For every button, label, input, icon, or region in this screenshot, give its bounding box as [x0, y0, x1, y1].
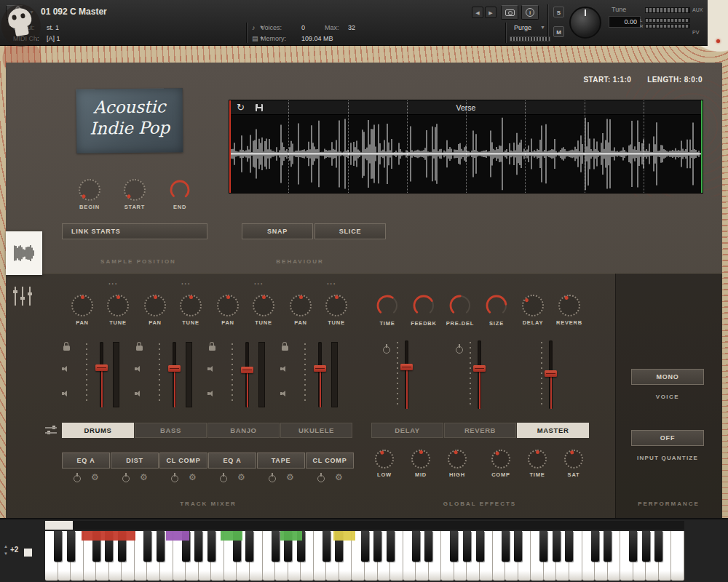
volume-speaker-icon[interactable] — [135, 389, 143, 397]
black-key[interactable] — [629, 531, 637, 562]
tab-wave-editor[interactable] — [6, 231, 42, 275]
black-key[interactable] — [361, 531, 369, 562]
octave-up-icon[interactable]: ▲ — [4, 544, 8, 549]
knob-start[interactable] — [124, 179, 146, 201]
knob-pan[interactable] — [144, 295, 166, 316]
mute-speaker-icon[interactable] — [62, 364, 70, 372]
slice-marker[interactable] — [348, 100, 349, 193]
black-key[interactable] — [450, 531, 458, 562]
knob-tune[interactable] — [107, 295, 129, 316]
white-key[interactable] — [671, 531, 684, 581]
volume-speaker-icon[interactable] — [207, 389, 215, 397]
master-tune-knob[interactable] — [569, 7, 601, 39]
channel-menu[interactable]: ··· — [108, 280, 118, 288]
knob-delay[interactable] — [522, 295, 544, 316]
knob-tune[interactable] — [325, 295, 347, 316]
prev-instrument-button[interactable]: ◀ — [472, 7, 483, 18]
black-key[interactable] — [143, 531, 151, 562]
fx-edit-gear-icon[interactable]: ⚙ — [286, 473, 294, 482]
fx-power-button[interactable] — [74, 475, 81, 482]
black-key[interactable] — [604, 531, 612, 562]
black-key[interactable] — [207, 531, 215, 562]
slice-button[interactable]: SLICE — [314, 223, 386, 239]
fx-slot-tape[interactable]: TAPE — [257, 453, 305, 469]
snapshot-camera-button[interactable] — [501, 5, 518, 20]
lock-icon[interactable] — [136, 346, 143, 351]
channel-menu[interactable]: ··· — [181, 280, 191, 288]
bus-tab-master[interactable]: MASTER — [517, 423, 589, 438]
black-key[interactable] — [412, 531, 420, 562]
send-fader[interactable] — [545, 340, 557, 409]
knob-pan[interactable] — [71, 295, 93, 316]
mute-speaker-icon[interactable] — [135, 364, 143, 372]
black-key[interactable] — [157, 531, 165, 562]
channel-fader[interactable] — [314, 342, 326, 407]
quantize-off-button[interactable]: OFF — [631, 430, 704, 446]
black-key[interactable] — [245, 531, 253, 562]
fx-edit-gear-icon[interactable]: ⚙ — [237, 473, 245, 482]
region-start-edge[interactable] — [229, 100, 231, 193]
reload-icon[interactable]: ↻ — [237, 100, 245, 115]
slice-marker[interactable] — [585, 100, 585, 193]
knob-reverb[interactable] — [558, 295, 580, 316]
knob-mid[interactable] — [411, 450, 430, 469]
fx-slot-cl-comp[interactable]: CL COMP — [159, 453, 207, 469]
octave-handle[interactable] — [24, 549, 32, 557]
bus-tab-delay[interactable]: DELAY — [371, 423, 443, 438]
knob-pan[interactable] — [290, 295, 312, 316]
knob-pan[interactable] — [217, 295, 239, 316]
black-key[interactable] — [194, 531, 202, 562]
fx-power-button[interactable] — [269, 475, 276, 482]
knob-high[interactable] — [448, 450, 467, 469]
mute-button[interactable]: M — [553, 26, 564, 37]
knob-low[interactable] — [375, 450, 394, 469]
tab-mixer-page[interactable] — [12, 287, 33, 306]
volume-speaker-icon[interactable] — [62, 389, 70, 397]
slice-marker[interactable] — [288, 100, 289, 193]
knob-time[interactable] — [376, 294, 399, 317]
fader-handle[interactable] — [400, 364, 413, 370]
black-key[interactable] — [476, 531, 484, 562]
fx-edit-gear-icon[interactable]: ⚙ — [189, 473, 197, 482]
send-fader[interactable] — [473, 340, 486, 409]
fader-handle[interactable] — [95, 364, 108, 371]
fx-power-button[interactable] — [220, 475, 227, 482]
black-key[interactable] — [654, 531, 662, 562]
midi-value[interactable]: [A] 1 — [47, 35, 60, 42]
black-key[interactable] — [387, 531, 395, 562]
mute-speaker-icon[interactable] — [207, 364, 215, 372]
waveform-display[interactable]: Verse ↻ — [229, 100, 703, 193]
fx-slot-eq-a[interactable]: EQ A — [62, 453, 110, 469]
knob-end[interactable] — [169, 179, 191, 201]
region-end-edge[interactable] — [701, 100, 703, 193]
knob-tune[interactable] — [180, 295, 202, 316]
link-starts-button[interactable]: LINK STARTS — [62, 223, 207, 239]
fx-slot-dist[interactable]: DIST — [111, 453, 159, 469]
black-key[interactable] — [642, 531, 650, 562]
purge-dropdown-icon[interactable]: ▼ — [540, 25, 545, 30]
black-key[interactable] — [424, 531, 432, 562]
info-button[interactable]: i — [521, 5, 539, 20]
purge-menu[interactable]: Purge — [514, 24, 531, 31]
fx-slot-eq-a[interactable]: EQ A — [208, 453, 256, 469]
black-key[interactable] — [502, 531, 510, 562]
track-tab-bass[interactable]: BASS — [135, 423, 207, 438]
black-key[interactable] — [565, 531, 573, 562]
fx-slot-cl-comp[interactable]: CL COMP — [306, 453, 354, 469]
fader-handle[interactable] — [241, 367, 253, 373]
output-value[interactable]: st. 1 — [47, 24, 59, 31]
black-key[interactable] — [463, 531, 471, 562]
knob-feedbk[interactable] — [412, 294, 435, 317]
slice-marker[interactable] — [525, 100, 526, 193]
octave-down-icon[interactable]: ▼ — [4, 551, 8, 556]
black-key[interactable] — [272, 531, 280, 562]
mute-speaker-icon[interactable] — [280, 364, 288, 372]
channel-menu[interactable]: ··· — [327, 280, 336, 288]
power-button[interactable] — [456, 346, 463, 354]
fx-power-button[interactable] — [122, 475, 130, 482]
black-key[interactable] — [553, 531, 561, 562]
keyboard-scroll-thumb[interactable] — [45, 521, 73, 530]
tune-value[interactable]: 0.00 — [609, 16, 641, 28]
channel-fader[interactable] — [168, 342, 181, 407]
track-tab-drums[interactable]: DRUMS — [62, 423, 134, 438]
